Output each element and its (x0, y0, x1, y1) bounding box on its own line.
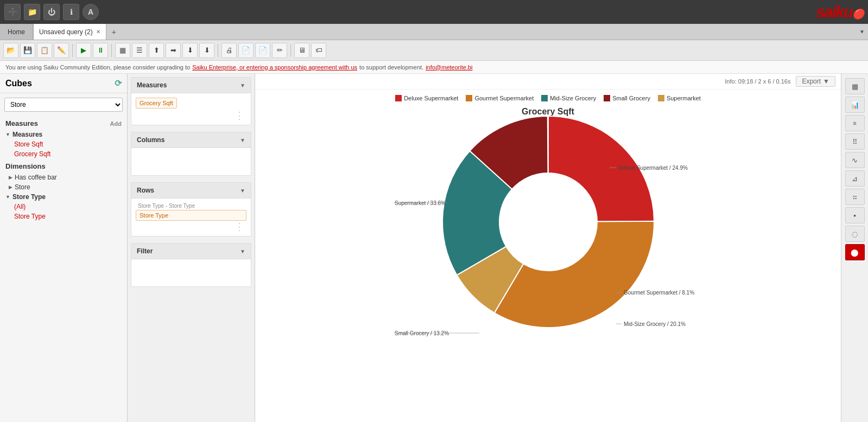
cube-select[interactable]: Store (4, 98, 123, 112)
rows-toggle[interactable]: ▼ (240, 188, 245, 194)
chart-type-scatter[interactable]: ⠶ (845, 189, 865, 205)
store-type-child[interactable]: Store Type (0, 212, 127, 221)
export-pdf-btn[interactable]: ⬇ (182, 43, 198, 58)
chart-type-table[interactable]: ▦ (845, 78, 865, 94)
export-csv-btn[interactable]: ⬆ (149, 43, 164, 58)
add-measure-link[interactable]: Add (110, 120, 122, 127)
chart-type-hbar[interactable]: ≡ (845, 115, 865, 131)
measures-group[interactable]: ▼ Measures (0, 130, 127, 139)
segment-supermarket[interactable] (494, 221, 654, 328)
pdf2-export-btn[interactable]: 📄 (255, 43, 270, 58)
filter-panel-header[interactable]: Filter ▼ (131, 244, 251, 259)
edit-btn[interactable]: ✏️ (54, 43, 69, 58)
email-link[interactable]: info@meteorite.bi (426, 64, 472, 71)
middle-panel: Measures ▼ Grocery Sqft ⋮ Columns ▼ Rows… (128, 74, 255, 422)
measures-section-header: Measures Add (0, 116, 127, 130)
right-icon-panel: ▦ 📊 ≡ ⠿ ∿ ⊿ ⠶ ▪ ◌ ⬤ (841, 74, 868, 422)
export-pdf2-btn[interactable]: ⬇ (199, 43, 214, 58)
add-tab-btn[interactable]: + (106, 24, 122, 40)
export-button[interactable]: Export ▼ (796, 76, 835, 87)
flatten-btn[interactable]: ☰ (132, 43, 147, 58)
export-arrow-icon: ▼ (823, 78, 829, 85)
chart-type-stacked[interactable]: ⠿ (845, 133, 865, 150)
chart-type-area[interactable]: ⊿ (845, 170, 865, 187)
store-sqft-item[interactable]: Store Sqft (0, 139, 127, 149)
columns-panel-body (131, 148, 251, 175)
filter-panel-body (131, 259, 251, 286)
annotate-btn[interactable]: ✏ (272, 43, 287, 58)
columns-panel-title: Columns (137, 136, 164, 144)
grocery-sqft-label: Grocery Sqft (14, 150, 50, 158)
top-toolbar: ➕ 📁 ⏻ ℹ A saiku🔴 (0, 0, 868, 24)
measures-panel: Measures ▼ Grocery Sqft ⋮ (131, 77, 251, 125)
legend-gourmet-dot (466, 95, 472, 101)
save-btn[interactable]: 💾 (20, 43, 35, 58)
store-type-item[interactable]: ▼ Store Type (0, 192, 127, 202)
legend-deluxe-label: Deluxe Supermarket (404, 95, 458, 101)
measures-panel-title: Measures (137, 81, 167, 89)
screen-btn[interactable]: 🖥 (294, 43, 309, 58)
legend-gourmet: Gourmet Supermarket (466, 95, 534, 101)
active-tab-label: Unsaved query (2) (39, 28, 93, 36)
legend-midsize-dot (541, 95, 548, 101)
store-type-child-label: Store Type (14, 213, 46, 220)
legend-deluxe: Deluxe Supermarket (395, 95, 458, 101)
measures-panel-header[interactable]: Measures ▼ (131, 78, 251, 93)
run-format-btn[interactable]: ⏸ (93, 43, 108, 58)
home-tab[interactable]: Home (0, 24, 33, 40)
new-query-btn[interactable]: ➕ (4, 4, 21, 20)
open-btn[interactable]: 📂 (3, 43, 18, 58)
all-item[interactable]: (All) (0, 202, 127, 212)
store-dim-arrow: ▶ (9, 184, 12, 190)
columns-panel-header[interactable]: Columns ▼ (131, 132, 251, 148)
filter-toggle[interactable]: ▼ (240, 248, 245, 254)
has-coffee-bar-item[interactable]: ▶ Has coffee bar (0, 172, 127, 182)
svg-text:Mid-Size Grocery / 20.1%: Mid-Size Grocery / 20.1% (624, 321, 686, 327)
separator-2 (111, 44, 112, 57)
grocery-sqft-measure[interactable]: Grocery Sqft (136, 98, 177, 108)
open-file-btn[interactable]: 📁 (24, 4, 40, 20)
chart-type-heat[interactable]: ▪ (845, 207, 865, 223)
new-btn[interactable]: 📋 (37, 43, 52, 58)
info-text: You are using Saiku Community Edition, p… (5, 64, 190, 71)
all-label: (All) (14, 203, 26, 210)
export-xls-btn[interactable]: ➡ (166, 43, 181, 58)
refresh-icon[interactable]: ⟳ (115, 78, 122, 88)
legend-midsize-label: Mid-Size Grocery (550, 95, 596, 101)
enterprise-link[interactable]: Saiku Enterprise, or entering a sponsors… (192, 64, 357, 71)
separator-3 (218, 44, 218, 57)
rows-panel-body: Store Type - Store Type Store Type ⋮ (131, 199, 251, 236)
rows-row-label-row: Store Type - Store Type (136, 202, 246, 210)
rows-scroll: ⋮ (136, 221, 246, 233)
print-btn[interactable]: 🖨 (221, 43, 237, 58)
tag-btn[interactable]: 🏷 (311, 43, 326, 58)
store-dimension-item[interactable]: ▶ Store (0, 182, 127, 192)
info-btn[interactable]: ℹ (63, 4, 79, 20)
table-btn[interactable]: ▦ (115, 43, 130, 58)
main-layout: Cubes ⟳ Store Measures Add ▼ Measures St… (0, 74, 868, 422)
legend-small-label: Small Grocery (612, 95, 650, 101)
filter-panel: Filter ▼ (131, 243, 251, 287)
legend-deluxe-dot (395, 95, 402, 101)
chart-type-bar[interactable]: 📊 (845, 97, 865, 113)
legend-small-dot (604, 95, 610, 101)
power-btn[interactable]: ⏻ (43, 4, 60, 20)
pdf-export-btn[interactable]: 📄 (238, 43, 254, 58)
measures-toggle[interactable]: ▼ (240, 82, 245, 88)
columns-toggle[interactable]: ▼ (240, 137, 245, 143)
rows-panel-header[interactable]: Rows ▼ (131, 183, 251, 199)
run-btn[interactable]: ▶ (76, 43, 91, 58)
legend-supermarket-label: Supermarket (667, 95, 701, 101)
store-type-row-item[interactable]: Store Type (136, 210, 246, 221)
chart-type-pie[interactable]: ◌ (845, 226, 865, 242)
tab-arrow-btn[interactable]: ▼ (859, 29, 865, 35)
active-tab[interactable]: Unsaved query (2) ✕ (33, 24, 106, 40)
filter-panel-title: Filter (137, 247, 153, 255)
grocery-sqft-item[interactable]: Grocery Sqft (0, 149, 127, 159)
chart-type-donut[interactable]: ⬤ (845, 244, 865, 260)
tab-close-btn[interactable]: ✕ (96, 29, 100, 35)
action-toolbar: 📂 💾 📋 ✏️ ▶ ⏸ ▦ ☰ ⬆ ➡ ⬇ ⬇ 🖨 📄 📄 ✏ 🖥 🏷 (0, 40, 868, 61)
rows-panel-title: Rows (137, 187, 154, 194)
user-btn[interactable]: A (83, 4, 99, 20)
chart-type-line[interactable]: ∿ (845, 152, 865, 168)
